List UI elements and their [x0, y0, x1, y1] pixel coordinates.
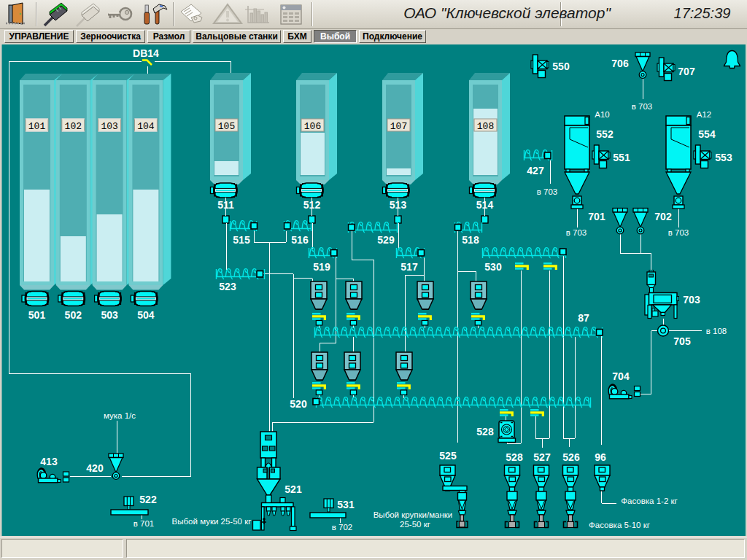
svg-text:520: 520	[290, 398, 307, 410]
svg-text:703: 703	[683, 294, 700, 306]
svg-text:DB14: DB14	[133, 47, 159, 59]
svg-text:107: 107	[390, 121, 407, 132]
svg-text:в 108: в 108	[706, 327, 727, 335]
svg-text:96: 96	[595, 451, 606, 463]
svg-text:A12: A12	[697, 110, 711, 119]
svg-text:Фасовка 1-2 кг: Фасовка 1-2 кг	[621, 497, 677, 505]
svg-text:525: 525	[439, 450, 457, 462]
svg-text:501: 501	[28, 309, 46, 321]
svg-text:503: 503	[101, 309, 118, 321]
svg-text:102: 102	[65, 121, 82, 132]
svg-text:105: 105	[218, 121, 235, 132]
svg-text:554: 554	[698, 128, 716, 140]
svg-text:704: 704	[612, 370, 630, 382]
svg-text:528: 528	[506, 451, 523, 463]
svg-text:518: 518	[462, 234, 479, 246]
svg-text:551: 551	[613, 152, 630, 163]
svg-text:427: 427	[527, 165, 544, 176]
svg-text:в 701: в 701	[133, 519, 155, 528]
svg-text:705: 705	[673, 335, 691, 347]
svg-text:701: 701	[588, 211, 605, 222]
svg-text:в 703: в 703	[566, 228, 587, 237]
svg-text:523: 523	[219, 281, 236, 292]
svg-text:522: 522	[139, 494, 157, 505]
svg-text:707: 707	[678, 66, 695, 77]
svg-text:413: 413	[40, 456, 58, 467]
svg-text:в 703: в 703	[668, 228, 689, 237]
svg-text:517: 517	[400, 261, 418, 273]
svg-text:104: 104	[137, 121, 155, 132]
svg-text:702: 702	[654, 211, 672, 222]
svg-text:87: 87	[578, 312, 589, 324]
svg-text:515: 515	[233, 234, 250, 246]
svg-text:706: 706	[611, 58, 629, 69]
svg-text:25-50 кг: 25-50 кг	[400, 520, 430, 529]
svg-text:в 702: в 702	[332, 523, 353, 532]
svg-text:в 703: в 703	[632, 102, 653, 111]
svg-text:108: 108	[477, 121, 494, 132]
svg-text:529: 529	[377, 234, 395, 246]
svg-text:Выбой крупки/манки: Выбой крупки/манки	[374, 510, 453, 519]
svg-text:553: 553	[715, 152, 732, 163]
svg-text:A10: A10	[595, 110, 609, 119]
svg-text:521: 521	[285, 483, 302, 495]
svg-text:в 703: в 703	[537, 187, 558, 196]
svg-text:516: 516	[291, 234, 309, 246]
svg-text:106: 106	[304, 121, 321, 132]
svg-text:528: 528	[476, 426, 494, 438]
svg-text:527: 527	[533, 451, 551, 463]
svg-text:101: 101	[28, 121, 46, 132]
svg-text:530: 530	[484, 261, 502, 273]
svg-text:550: 550	[552, 61, 570, 72]
svg-text:420: 420	[86, 462, 104, 474]
svg-text:526: 526	[562, 451, 580, 463]
svg-text:103: 103	[101, 121, 117, 132]
svg-text:Выбой муки 25-50 кг: Выбой муки 25-50 кг	[172, 517, 252, 526]
svg-text:Фасовка 5-10 кг: Фасовка 5-10 кг	[589, 521, 650, 529]
svg-text:519: 519	[313, 261, 330, 273]
svg-text:502: 502	[65, 309, 82, 321]
svg-text:504: 504	[137, 309, 155, 321]
svg-text:531: 531	[337, 499, 355, 510]
svg-text:мука 1/с: мука 1/с	[104, 411, 136, 420]
svg-text:552: 552	[596, 128, 614, 140]
